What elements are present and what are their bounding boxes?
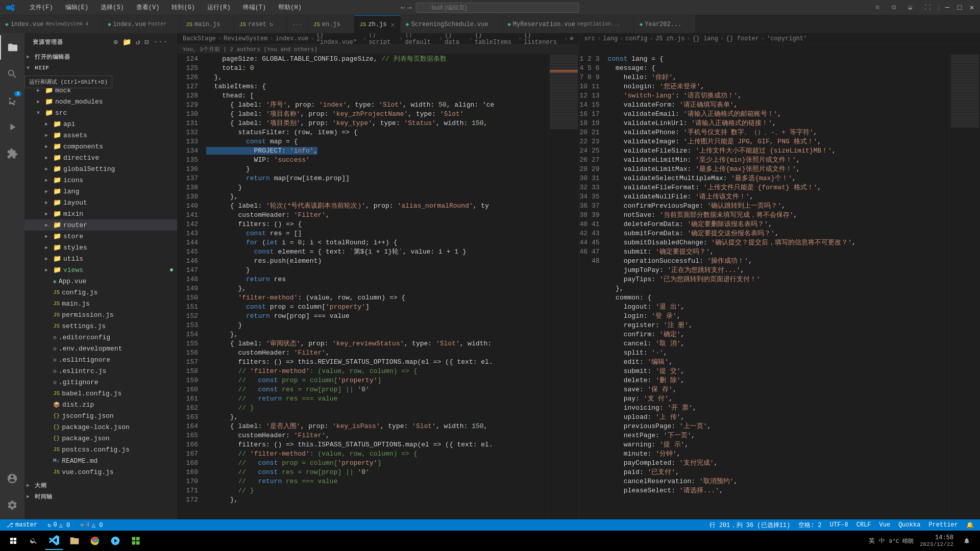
tab-myreservation[interactable]: ◆ MyReservation.vue negotiation... ✕	[502, 15, 634, 33]
sidebar-item-router[interactable]: ▶ 📁 router	[24, 219, 177, 231]
tab-index-vue-reviewsystem[interactable]: ◆ index.vue ReviewSystem 4 ✕	[0, 15, 103, 33]
right-code-editor[interactable]: 1 2 3 4 5 6 7 8 9 10 11 12 13 14 15 16 1…	[579, 54, 981, 519]
bc-tableitems[interactable]: {} tableItems	[475, 33, 516, 46]
bc-data[interactable]: {} data	[445, 33, 467, 46]
search-icon[interactable]	[0, 62, 24, 86]
layout-icon[interactable]: ⊡	[872, 4, 884, 11]
ime-icon[interactable]: 中	[879, 537, 885, 545]
sidebar-item-mock[interactable]: ▶ 📁 mock	[24, 85, 177, 96]
left-code-editor[interactable]: 124 125 126 127 128 129 130 131 132 133 …	[178, 54, 579, 519]
tab-main-js[interactable]: JS main.js ✕	[181, 15, 234, 33]
menu-edit[interactable]: 编辑(E)	[62, 2, 92, 13]
status-line-ending[interactable]: CRLF	[854, 521, 873, 530]
sidebar-item-components[interactable]: ▶ 📁 components	[24, 141, 177, 152]
sidebar-item-readme[interactable]: ▶ M↓ README.md	[24, 455, 177, 466]
project-root-header[interactable]: ▼ HIIF	[24, 62, 177, 73]
extensions-icon[interactable]	[0, 141, 24, 166]
lang-icon[interactable]: 英	[869, 537, 875, 545]
sidebar-item-package-json[interactable]: ▶ {} package.json	[24, 433, 177, 444]
collapse-icon[interactable]: ⊟	[143, 37, 150, 47]
sidebar-item-main-js[interactable]: ▶ JS main.js	[24, 298, 177, 309]
tab-reset[interactable]: JS reset ↻ ✕	[234, 15, 287, 33]
tab-year202[interactable]: ◆ Year202... ✕	[634, 15, 696, 33]
sidebar-item-dist[interactable]: ▶ 📁 dist	[24, 73, 177, 85]
sidebar-item-src[interactable]: ▼ 📁 src	[24, 107, 177, 118]
sidebar-item-postcss-config[interactable]: ▶ JS postcss.config.js	[24, 444, 177, 455]
sidebar-item-eslintrc[interactable]: ▶ ⚙ .eslintrc.js	[24, 365, 177, 377]
sidebar-item-lang[interactable]: ▶ 📁 lang	[24, 186, 177, 197]
sidebar-item-app-vue[interactable]: ▶ ◆ App.vue	[24, 276, 177, 287]
bc-lang[interactable]: lang	[603, 35, 618, 42]
left-code-content[interactable]: pageSize: GLOBAL.TABLE_CONFIG.pageSize, …	[202, 54, 548, 519]
menu-view[interactable]: 查看(V)	[133, 2, 163, 13]
new-folder-icon[interactable]: 📁	[121, 37, 133, 47]
status-prettier[interactable]: Prettier	[926, 521, 960, 530]
open-editors-header[interactable]: ▶ 打开的编辑器	[24, 51, 177, 62]
new-file-icon[interactable]: ⊕	[112, 37, 119, 47]
sidebar-item-package-lock[interactable]: ▶ {} package-lock.json	[24, 421, 177, 433]
bc-zh-footer[interactable]: {} footer	[726, 35, 759, 42]
status-errors[interactable]: ⊗ 4 △ 0	[78, 521, 105, 529]
menu-terminal[interactable]: 终端(T)	[240, 2, 270, 13]
tab-screeningschedule[interactable]: ◆ ScreeningSchedule.vue ✕	[401, 15, 502, 33]
notification-icon[interactable]	[958, 532, 976, 550]
taskbar-debug[interactable]	[106, 532, 125, 550]
bc-zh-js[interactable]: JS zh.js	[655, 35, 685, 42]
tab-zh-js[interactable]: JS zh.js ✕	[354, 15, 401, 33]
taskbar-explorer[interactable]	[65, 532, 84, 550]
status-spaces[interactable]: 空格: 2	[796, 521, 824, 530]
account-icon[interactable]	[0, 466, 24, 491]
refresh-icon[interactable]: ↺	[135, 37, 141, 47]
sidebar-item-dist-zip[interactable]: ▶ 📦 dist.zip	[24, 399, 177, 410]
tab-toolbar[interactable]: ···	[287, 15, 308, 33]
sidebar-item-env-development[interactable]: ▶ ⚙ .env.development	[24, 343, 177, 354]
status-encoding[interactable]: UTF-8	[828, 521, 850, 530]
sidebar-item-editorconfig[interactable]: ▶ ⚙ .editorconfig	[24, 332, 177, 343]
taskbar-another[interactable]	[127, 532, 145, 550]
sidebar-item-styles[interactable]: ▶ 📁 styles	[24, 242, 177, 253]
bc-braces1[interactable]: {} "index.vue"	[316, 33, 361, 46]
taskbar-chrome[interactable]	[86, 532, 104, 550]
status-position[interactable]: 行 201，列 36 (已选择11)	[707, 521, 792, 530]
nav-forward[interactable]: →	[407, 4, 411, 12]
start-button[interactable]	[4, 532, 22, 550]
sidebar-item-config-js[interactable]: ▶ JS config.js	[24, 287, 177, 298]
menu-file[interactable]: 文件(F)	[27, 2, 56, 13]
sidebar-item-icons[interactable]: ▶ 📁 icons	[24, 174, 177, 186]
sidebar-item-api[interactable]: ▶ 📁 api	[24, 118, 177, 130]
maximize-button[interactable]: □	[955, 4, 964, 12]
menu-goto[interactable]: 转到(G)	[168, 2, 198, 13]
settings-icon[interactable]	[0, 493, 24, 517]
sidebar-item-globalsetting[interactable]: ▶ 📁 globalSetting	[24, 163, 177, 174]
status-language[interactable]: Vue	[877, 521, 893, 530]
sidebar-item-utils[interactable]: ▶ 📁 utils	[24, 253, 177, 264]
bc-index-vue[interactable]: index.vue	[276, 35, 309, 42]
sidebar-item-node-modules[interactable]: ▶ 📁 node_modules	[24, 96, 177, 107]
sidebar-item-layout[interactable]: ▶ 📁 layout	[24, 197, 177, 208]
timeline-header[interactable]: ▶ 时间轴	[24, 491, 177, 502]
bc-src[interactable]: src	[584, 35, 596, 42]
bc-zh-lang[interactable]: {} lang	[693, 35, 718, 42]
sidebar-item-babel-config[interactable]: ▶ JS babel.config.js	[24, 388, 177, 399]
bc-more[interactable]: ⊕	[570, 35, 573, 42]
close-button[interactable]: ✕	[968, 4, 976, 12]
menu-select[interactable]: 选择(S)	[97, 2, 127, 13]
status-quokka[interactable]: Quokka	[896, 521, 922, 530]
bc-listeners[interactable]: {} listeners	[524, 33, 562, 46]
sidebar-item-jsconfig[interactable]: ▶ {} jsconfig.json	[24, 410, 177, 421]
tab-en-js[interactable]: JS en.js ✕	[308, 15, 355, 33]
explorer-icon[interactable]	[0, 35, 24, 60]
sidebar-item-eslintignore[interactable]: ▶ ⚙ .eslintignore	[24, 354, 177, 365]
more-icon[interactable]: ···	[153, 37, 169, 47]
bc-backstage[interactable]: BackStage	[183, 35, 216, 42]
command-search[interactable]	[415, 3, 579, 13]
sidebar-item-assets[interactable]: ▶ 📁 assets	[24, 130, 177, 141]
sidebar-item-settings-js[interactable]: ▶ JS settings.js	[24, 320, 177, 332]
vscode-logo[interactable]	[4, 2, 16, 14]
outline-header[interactable]: ▶ 大纲	[24, 480, 177, 491]
tab-close[interactable]: ✕	[390, 20, 395, 29]
split-icon[interactable]: ⧉	[888, 4, 900, 11]
sidebar-item-vue-config[interactable]: ▶ JS vue.config.js	[24, 466, 177, 478]
sidebar-item-directive[interactable]: ▶ 📁 directive	[24, 152, 177, 163]
run-debug-icon[interactable]: 运行和调试 (Ctrl+Shift+D)	[0, 115, 24, 139]
